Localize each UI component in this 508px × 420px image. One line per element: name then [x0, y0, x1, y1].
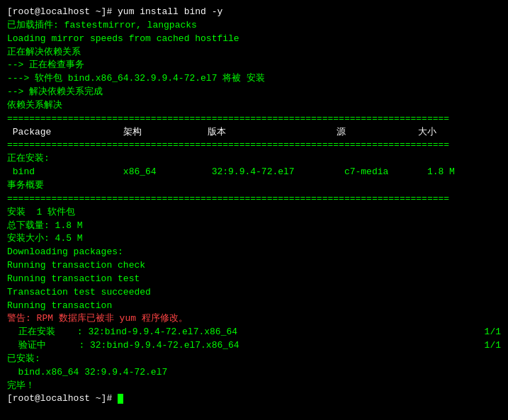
- line-text: 已加载插件: fastestmirror, langpacks: [7, 20, 197, 30]
- terminal-line: 安装 1 软件包: [7, 206, 501, 220]
- line-text: 安装 1 软件包: [7, 207, 75, 217]
- line-text: 完毕！: [7, 380, 35, 391]
- terminal-line: 警告: RPM 数据库已被非 yum 程序修改。: [7, 312, 501, 326]
- terminal-line: Downloading packages:: [7, 246, 501, 259]
- terminal-line: [root@localhost ~]# yum install bind -y: [7, 6, 501, 19]
- terminal-line: 正在解决依赖关系: [7, 46, 501, 59]
- line-text: ========================================…: [7, 113, 449, 124]
- terminal-line: --> 正在检查事务: [7, 59, 501, 72]
- line-text: 总下载量: 1.8 M: [7, 220, 83, 231]
- terminal-line: Running transaction test: [7, 273, 501, 286]
- terminal-line: Running transaction check: [7, 259, 501, 273]
- line-text: Transaction test succeeded: [7, 287, 151, 297]
- line-text: [root@localhost ~]# yum install bind -y: [7, 6, 222, 17]
- line-text: 依赖关系解决: [7, 100, 62, 110]
- line-right: 1/1: [485, 339, 501, 353]
- terminal-line: ========================================…: [7, 139, 501, 152]
- line-text: --> 解决依赖关系完成: [7, 86, 103, 97]
- terminal-line: 事务概要: [7, 179, 501, 193]
- line-left: 验证中 : 32:bind-9.9.4-72.el7.x86_64: [7, 339, 239, 353]
- terminal-line: ========================================…: [7, 193, 501, 206]
- cursor: [118, 394, 123, 404]
- terminal-line: Transaction test succeeded: [7, 286, 501, 300]
- terminal-line: 验证中 : 32:bind-9.9.4-72.el7.x86_641/1: [7, 339, 501, 353]
- line-text: Loading mirror speeds from cached hostfi…: [7, 33, 239, 44]
- line-text: 正在安装:: [7, 153, 50, 164]
- terminal-line: 正在安装:: [7, 152, 501, 166]
- line-right: 1/1: [485, 326, 501, 339]
- line-text: Downloading packages:: [7, 246, 123, 257]
- terminal-line: 依赖关系解决: [7, 99, 501, 113]
- line-text: ========================================…: [7, 193, 449, 204]
- line-text: bind x86_64 32:9.9.4-72.el7 c7-media 1.8…: [7, 166, 455, 177]
- terminal-line: --> 解决依赖关系完成: [7, 86, 501, 99]
- terminal-line: 安装大小: 4.5 M: [7, 232, 501, 246]
- line-text: 警告: RPM 数据库已被非 yum 程序修改。: [7, 313, 188, 324]
- line-text: ========================================…: [7, 140, 449, 150]
- terminal-line: 总下载量: 1.8 M: [7, 220, 501, 233]
- line-text: Running transaction test: [7, 273, 140, 284]
- line-text: ---> 软件包 bind.x86_64.32.9.9.4-72.el7 将被 …: [7, 73, 265, 84]
- line-text: bind.x86_64 32:9.9.4-72.el7: [7, 367, 167, 378]
- terminal-line: bind x86_64 32:9.9.4-72.el7 c7-media 1.8…: [7, 166, 501, 179]
- terminal-line: 完毕！: [7, 380, 501, 393]
- line-text: 安装大小: 4.5 M: [7, 233, 83, 244]
- terminal-line: 已安装:: [7, 353, 501, 366]
- terminal-line: Loading mirror speeds from cached hostfi…: [7, 33, 501, 46]
- line-left: 正在安装 : 32:bind-9.9.4-72.el7.x86_64: [7, 326, 237, 339]
- terminal-line: 正在安装 : 32:bind-9.9.4-72.el7.x86_641/1: [7, 326, 501, 339]
- line-text: Running transaction: [7, 300, 112, 311]
- line-text: Package 架构 版本 源 大小: [7, 127, 436, 137]
- line-text: 正在解决依赖关系: [7, 47, 81, 57]
- terminal-line: Running transaction: [7, 300, 501, 313]
- terminal-line: 已加载插件: fastestmirror, langpacks: [7, 19, 501, 33]
- terminal-window: [root@localhost ~]# yum install bind -y已…: [7, 6, 501, 406]
- line-text: 已安装:: [7, 353, 40, 364]
- line-text: 事务概要: [7, 180, 44, 191]
- line-text: --> 正在检查事务: [7, 59, 84, 70]
- terminal-line: bind.x86_64 32:9.9.4-72.el7: [7, 366, 501, 380]
- terminal-line: Package 架构 版本 源 大小: [7, 126, 501, 140]
- prompt-text: [root@localhost ~]#: [7, 393, 118, 404]
- terminal-line: ---> 软件包 bind.x86_64.32.9.9.4-72.el7 将被 …: [7, 72, 501, 86]
- line-text: Running transaction check: [7, 260, 145, 271]
- terminal-line: ========================================…: [7, 113, 501, 126]
- terminal-line: [root@localhost ~]#: [7, 392, 501, 406]
